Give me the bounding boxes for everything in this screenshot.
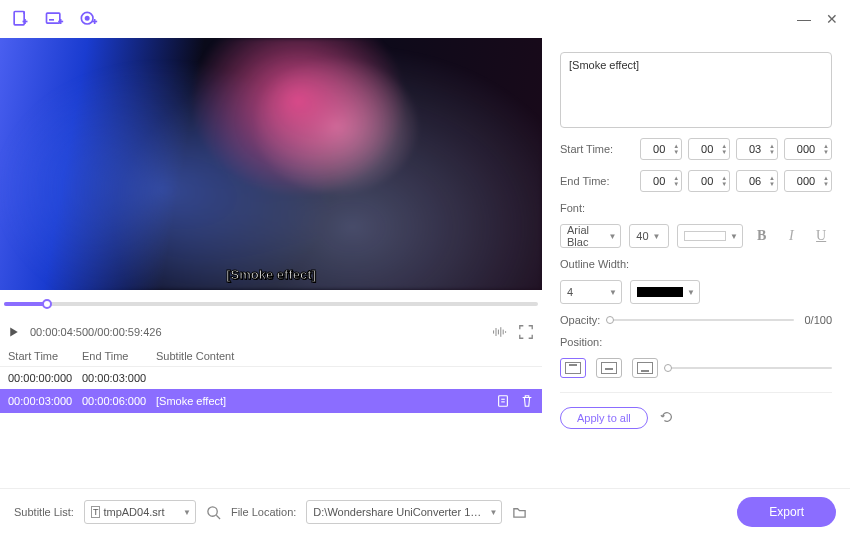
start-minutes-stepper[interactable]: 00▲▼: [688, 138, 730, 160]
start-hours-stepper[interactable]: 00▲▼: [640, 138, 682, 160]
record-icon[interactable]: [78, 9, 98, 29]
font-size-select[interactable]: 40▼: [629, 224, 669, 248]
position-label: Position:: [560, 336, 832, 348]
timeline[interactable]: [0, 290, 542, 318]
outline-color-select[interactable]: ▼: [630, 280, 700, 304]
waveform-icon[interactable]: [492, 324, 508, 340]
table-row[interactable]: 00:00:03:000 00:00:06:000 [Smoke effect]: [0, 389, 542, 413]
timecode: 00:00:04:500/00:00:59:426: [30, 326, 162, 338]
position-middle-button[interactable]: [596, 358, 622, 378]
search-icon[interactable]: [206, 505, 221, 520]
svg-point-20: [208, 506, 217, 515]
subtitle-list-label: Subtitle List:: [14, 506, 74, 518]
opacity-slider[interactable]: [610, 319, 794, 321]
fullscreen-icon[interactable]: [518, 324, 534, 340]
opacity-value: 0/100: [804, 314, 832, 326]
position-bottom-button[interactable]: [632, 358, 658, 378]
preview-caption: [Smoke effect]: [226, 267, 316, 282]
end-hours-stepper[interactable]: 00▲▼: [640, 170, 682, 192]
subtitle-list-select[interactable]: T tmpAD04.srt▼: [84, 500, 196, 524]
end-seconds-stepper[interactable]: 06▲▼: [736, 170, 778, 192]
video-preview[interactable]: [Smoke effect]: [0, 38, 542, 290]
table-row[interactable]: 00:00:00:000 00:00:03:000: [0, 367, 542, 389]
position-slider[interactable]: [668, 367, 832, 369]
close-button[interactable]: ✕: [824, 11, 840, 27]
font-color-select[interactable]: ▼: [677, 224, 743, 248]
position-top-button[interactable]: [560, 358, 586, 378]
svg-rect-17: [499, 396, 508, 407]
add-file-icon[interactable]: [10, 9, 30, 29]
minimize-button[interactable]: —: [796, 11, 812, 27]
add-subtitle-icon[interactable]: [44, 9, 64, 29]
svg-point-8: [86, 17, 89, 20]
bold-button[interactable]: B: [751, 225, 773, 247]
subtitle-text-input[interactable]: [560, 52, 832, 128]
outline-label: Outline Width:: [560, 258, 832, 270]
svg-rect-0: [14, 12, 24, 25]
edit-row-icon[interactable]: [496, 394, 510, 408]
font-family-select[interactable]: Arial Blac▼: [560, 224, 621, 248]
subtitle-table-header: Start Time End Time Subtitle Content: [0, 346, 542, 367]
end-time-label: End Time:: [560, 175, 622, 187]
underline-button[interactable]: U: [810, 225, 832, 247]
titlebar: — ✕: [0, 0, 850, 38]
end-minutes-stepper[interactable]: 00▲▼: [688, 170, 730, 192]
export-button[interactable]: Export: [737, 497, 836, 527]
apply-to-all-button[interactable]: Apply to all: [560, 407, 648, 429]
file-location-label: File Location:: [231, 506, 296, 518]
opacity-label: Opacity:: [560, 314, 600, 326]
font-label: Font:: [560, 202, 832, 214]
reset-icon[interactable]: [660, 410, 674, 426]
svg-rect-3: [47, 13, 60, 23]
outline-width-select[interactable]: 4▼: [560, 280, 622, 304]
end-ms-stepper[interactable]: 000▲▼: [784, 170, 832, 192]
svg-line-21: [216, 515, 220, 519]
play-button[interactable]: [8, 326, 20, 338]
start-time-label: Start Time:: [560, 143, 622, 155]
italic-button[interactable]: I: [781, 225, 803, 247]
file-location-select[interactable]: D:\Wondershare UniConverter 13\SubEd▼: [306, 500, 502, 524]
start-seconds-stepper[interactable]: 03▲▼: [736, 138, 778, 160]
start-ms-stepper[interactable]: 000▲▼: [784, 138, 832, 160]
delete-row-icon[interactable]: [520, 394, 534, 408]
folder-icon[interactable]: [512, 505, 527, 520]
